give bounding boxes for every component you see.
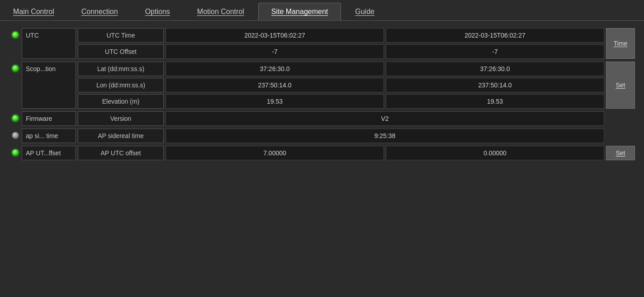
elevation-label: Elevation (m) <box>78 94 164 109</box>
firmware-indicator <box>9 111 22 126</box>
ap-sidereal-fields: AP sidereal time 9:25:38 <box>78 129 604 143</box>
utc-offset-value1: -7 <box>166 44 384 59</box>
ap-sidereal-spacer <box>606 129 635 143</box>
version-value: V2 <box>166 111 604 126</box>
ap-sidereal-device-label: ap si... time <box>22 129 76 143</box>
ap-utc-indicator <box>9 146 22 160</box>
scope-row: Scop...tion Lat (dd:mm:ss.s) 37:26:30.0 … <box>9 62 635 109</box>
utc-time-value2: 2022-03-15T06:02:27 <box>386 28 604 43</box>
lon-value2: 237:50:14.0 <box>386 78 604 92</box>
ap-utc-offset-value2: 0.00000 <box>386 146 604 160</box>
utc-device-label: UTC <box>22 28 76 59</box>
elevation-row: Elevation (m) 19.53 19.53 <box>78 94 604 109</box>
lat-value1: 37:26:30.0 <box>166 62 384 76</box>
scope-device-label: Scop...tion <box>22 62 76 109</box>
lat-value2: 37:26:30.0 <box>386 62 604 76</box>
utc-offset-label: UTC Offset <box>78 44 164 59</box>
version-label: Version <box>78 111 164 126</box>
ap-utc-offset-value1: 7.00000 <box>166 146 384 160</box>
ap-sidereal-time-row: AP sidereal time 9:25:38 <box>78 129 604 143</box>
ap-utc-row: AP UT...ffset AP UTC offset 7.00000 0.00… <box>9 146 635 160</box>
utc-led <box>12 32 19 38</box>
firmware-row: Firmware Version V2 <box>9 111 635 126</box>
scope-set-button[interactable]: Set <box>606 62 635 109</box>
ap-utc-device-label: AP UT...ffset <box>22 146 76 160</box>
utc-time-row: UTC Time 2022-03-15T06:02:27 2022-03-15T… <box>78 28 604 43</box>
ap-sidereal-indicator <box>9 129 22 143</box>
tab-site-management[interactable]: Site Management <box>258 3 341 20</box>
ap-sidereal-row: ap si... time AP sidereal time 9:25:38 <box>9 129 635 143</box>
elevation-value1: 19.53 <box>166 94 384 109</box>
tab-bar: Main Control Connection Options Motion C… <box>0 0 644 21</box>
main-content: UTC UTC Time 2022-03-15T06:02:27 2022-03… <box>0 21 644 170</box>
firmware-led <box>12 115 19 121</box>
utc-offset-value2: -7 <box>386 44 604 59</box>
ap-sidereal-time-label: AP sidereal time <box>78 129 164 143</box>
elevation-value2: 19.53 <box>386 94 604 109</box>
lon-value1: 237:50:14.0 <box>166 78 384 92</box>
tab-guide[interactable]: Guide <box>342 3 388 20</box>
ap-utc-fields: AP UTC offset 7.00000 0.00000 <box>78 146 604 160</box>
tab-options[interactable]: Options <box>132 3 183 20</box>
tab-connection[interactable]: Connection <box>68 3 131 20</box>
lat-label: Lat (dd:mm:ss.s) <box>78 62 164 76</box>
lon-label: Lon (dd:mm:ss.s) <box>78 78 164 92</box>
ap-utc-set-button[interactable]: Set <box>606 146 635 160</box>
lon-row: Lon (dd:mm:ss.s) 237:50:14.0 237:50:14.0 <box>78 78 604 92</box>
version-row: Version V2 <box>78 111 604 126</box>
tab-main-control[interactable]: Main Control <box>0 3 67 20</box>
scope-indicator <box>9 62 22 109</box>
utc-time-label: UTC Time <box>78 28 164 43</box>
utc-time-value1: 2022-03-15T06:02:27 <box>166 28 384 43</box>
firmware-device-label: Firmware <box>22 111 76 126</box>
ap-utc-offset-label: AP UTC offset <box>78 146 164 160</box>
ap-utc-offset-row: AP UTC offset 7.00000 0.00000 <box>78 146 604 160</box>
utc-row: UTC UTC Time 2022-03-15T06:02:27 2022-03… <box>9 28 635 59</box>
utc-offset-row: UTC Offset -7 -7 <box>78 44 604 59</box>
tab-motion-control[interactable]: Motion Control <box>184 3 257 20</box>
utc-indicator <box>9 28 22 59</box>
utc-fields: UTC Time 2022-03-15T06:02:27 2022-03-15T… <box>78 28 604 59</box>
ap-sidereal-led <box>12 132 19 139</box>
scope-led <box>12 65 19 72</box>
time-button[interactable]: Time <box>606 28 635 59</box>
ap-sidereal-time-value: 9:25:38 <box>166 129 604 143</box>
lat-row: Lat (dd:mm:ss.s) 37:26:30.0 37:26:30.0 <box>78 62 604 76</box>
firmware-fields: Version V2 <box>78 111 604 126</box>
firmware-spacer <box>606 111 635 126</box>
ap-utc-led <box>12 149 19 156</box>
scope-fields: Lat (dd:mm:ss.s) 37:26:30.0 37:26:30.0 L… <box>78 62 604 109</box>
